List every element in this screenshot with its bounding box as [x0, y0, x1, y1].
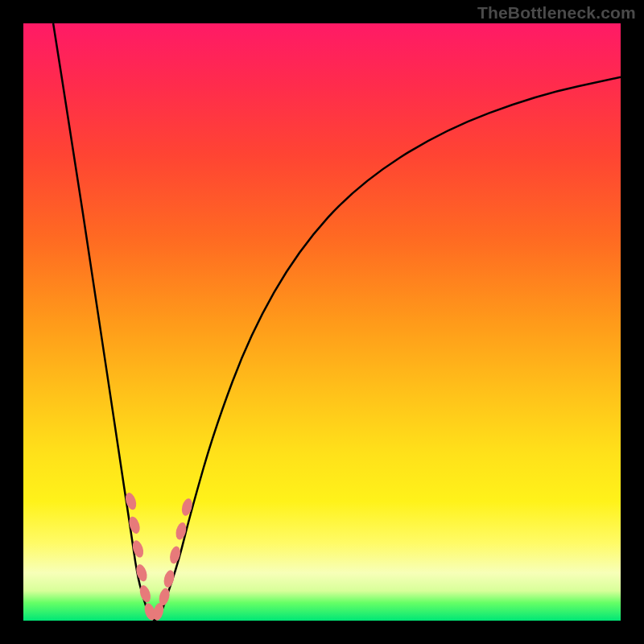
chart-svg: [23, 23, 621, 621]
data-marker: [168, 545, 182, 564]
curve-right-branch: [155, 77, 621, 621]
plot-area: [23, 23, 621, 621]
data-marker: [180, 497, 194, 517]
data-marker: [174, 522, 188, 541]
curve-left-branch: [53, 23, 155, 621]
chart-frame: TheBottleneck.com: [0, 0, 644, 644]
watermark-text: TheBottleneck.com: [477, 3, 636, 23]
